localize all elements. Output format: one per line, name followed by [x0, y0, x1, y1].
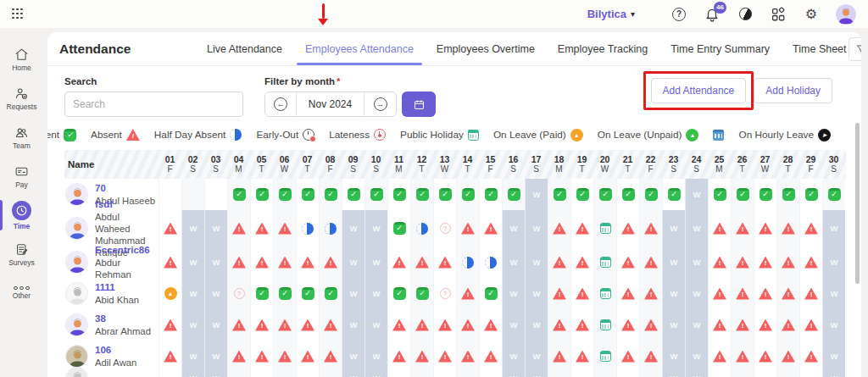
attendance-cell[interactable] [273, 341, 296, 372]
attendance-cell[interactable] [593, 247, 616, 278]
attendance-cell[interactable] [433, 210, 456, 247]
attendance-cell[interactable] [593, 341, 616, 372]
attendance-cell[interactable] [639, 309, 662, 341]
attendance-cell[interactable] [570, 278, 593, 309]
employee-id-link[interactable]: 106 [95, 344, 136, 357]
attendance-cell[interactable] [456, 247, 479, 278]
sidebar-item-other[interactable]: Other [0, 274, 43, 313]
attendance-cell[interactable] [502, 179, 525, 210]
scrollbar-thumb[interactable] [855, 123, 860, 284]
attendance-cell[interactable] [319, 309, 342, 341]
tab-time-entry-summary[interactable]: Time Entry Summary [669, 43, 771, 55]
attendance-cell[interactable] [410, 309, 433, 341]
attendance-cell[interactable] [227, 247, 250, 278]
attendance-cell[interactable] [799, 247, 822, 278]
add-holiday-button[interactable]: Add Holiday [754, 78, 832, 103]
attendance-cell[interactable] [250, 247, 273, 278]
attendance-cell[interactable] [433, 247, 456, 278]
attendance-cell[interactable] [776, 278, 799, 309]
attendance-cell[interactable] [296, 210, 319, 247]
attendance-cell[interactable] [731, 278, 754, 309]
attendance-cell[interactable] [159, 341, 181, 372]
attendance-cell[interactable] [593, 179, 616, 210]
attendance-cell[interactable] [159, 278, 181, 309]
search-input[interactable] [64, 91, 243, 117]
add-attendance-button[interactable]: Add Attendance [651, 78, 747, 103]
user-avatar[interactable] [836, 4, 856, 25]
attendance-cell[interactable] [548, 210, 570, 247]
attendance-cell[interactable] [731, 179, 754, 210]
attendance-cell[interactable] [799, 341, 822, 372]
tab-employees-attendance[interactable]: Employees Attendance [303, 43, 415, 55]
attendance-cell[interactable] [273, 247, 296, 278]
attendance-cell[interactable] [456, 309, 479, 341]
attendance-cell[interactable] [708, 210, 731, 247]
attendance-cell[interactable] [479, 210, 502, 247]
attendance-cell[interactable] [433, 179, 456, 210]
attendance-cell[interactable] [731, 210, 754, 247]
attendance-cell[interactable] [387, 278, 410, 309]
attendance-cell[interactable] [227, 179, 250, 210]
attendance-cell[interactable] [159, 309, 181, 341]
attendance-cell[interactable] [479, 341, 502, 372]
attendance-cell[interactable] [319, 278, 342, 309]
attendance-cell[interactable] [273, 278, 296, 309]
attendance-cell[interactable] [776, 179, 799, 210]
apps-grid-icon[interactable] [770, 6, 787, 23]
org-switcher[interactable]: Bilytica ▾ [587, 8, 635, 20]
attendance-cell[interactable] [456, 179, 479, 210]
attendance-cell[interactable] [799, 210, 822, 247]
attendance-cell[interactable] [433, 309, 456, 341]
attendance-cell[interactable] [548, 278, 570, 309]
employee-id-link[interactable]: Eccentric86 [95, 244, 157, 257]
sidebar-item-pay[interactable]: Pay [0, 157, 43, 196]
attendance-cell[interactable] [479, 247, 502, 278]
attendance-cell[interactable] [273, 309, 296, 341]
attendance-cell[interactable] [364, 179, 387, 210]
attendance-cell[interactable] [708, 278, 731, 309]
attendance-cell[interactable] [387, 179, 410, 210]
attendance-cell[interactable] [708, 179, 731, 210]
attendance-cell[interactable] [799, 179, 822, 210]
attendance-cell[interactable] [799, 309, 822, 341]
attendance-cell[interactable] [387, 341, 410, 372]
attendance-cell[interactable] [410, 210, 433, 247]
attendance-cell[interactable] [822, 179, 845, 210]
attendance-cell[interactable] [639, 278, 662, 309]
attendance-cell[interactable] [387, 309, 410, 341]
attendance-cell[interactable] [227, 309, 250, 341]
attendance-cell[interactable] [227, 341, 250, 372]
attendance-cell[interactable] [479, 309, 502, 341]
attendance-cell[interactable] [708, 341, 731, 372]
attendance-cell[interactable] [159, 210, 181, 247]
attendance-cell[interactable] [273, 179, 296, 210]
settings-gear-icon[interactable]: ⚙ [803, 6, 820, 23]
notifications-bell-icon[interactable]: 46 [704, 6, 721, 23]
attendance-cell[interactable] [410, 247, 433, 278]
attendance-cell[interactable] [639, 341, 662, 372]
employee-id-link[interactable]: 38 [95, 313, 151, 325]
attendance-cell[interactable] [479, 278, 502, 309]
attendance-cell[interactable] [250, 179, 273, 210]
attendance-cell[interactable] [754, 247, 776, 278]
attendance-cell[interactable] [273, 210, 296, 247]
attendance-cell[interactable] [616, 247, 639, 278]
help-icon[interactable]: ? [670, 6, 687, 23]
attendance-cell[interactable] [548, 309, 570, 341]
attendance-cell[interactable] [456, 278, 479, 309]
attendance-cell[interactable] [387, 247, 410, 278]
employee-id-link[interactable]: 1111 [95, 281, 139, 294]
attendance-cell[interactable] [593, 210, 616, 247]
attendance-cell[interactable] [754, 341, 776, 372]
attendance-cell[interactable] [410, 278, 433, 309]
attendance-cell[interactable] [754, 278, 776, 309]
calendar-picker-button[interactable] [402, 91, 436, 117]
attendance-cell[interactable] [227, 210, 250, 247]
attendance-cell[interactable] [754, 309, 776, 341]
attendance-cell[interactable] [570, 341, 593, 372]
attendance-cell[interactable] [296, 179, 319, 210]
attendance-cell[interactable] [708, 309, 731, 341]
attendance-cell[interactable] [548, 179, 570, 210]
attendance-cell[interactable] [410, 341, 433, 372]
attendance-cell[interactable] [456, 341, 479, 372]
